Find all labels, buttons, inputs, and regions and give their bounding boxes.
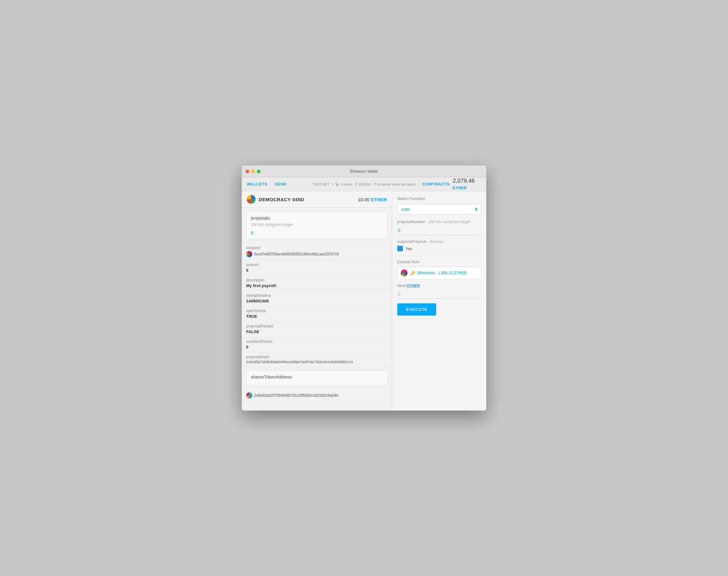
field-proposal-passed: proposalPassed FALSE xyxy=(242,321,392,337)
proposal-hash-value: 0x9c6f5b72698308db9489e349fdb73ef07db726… xyxy=(246,360,388,364)
main-content: DEMOCRACY 045D 10.00 ETHER proposals 256… xyxy=(242,191,486,410)
maximize-button[interactable] xyxy=(257,170,260,173)
right-panel: Select Function vote newProposal checkPr… xyxy=(392,191,486,410)
proposal-passed-value: FALSE xyxy=(246,329,388,334)
proposal-passed-label: proposalPassed xyxy=(246,324,388,328)
send-label: Send xyxy=(397,284,406,288)
account-row[interactable]: 🔑 Etherbase - 1,889.31 ETHER xyxy=(397,267,481,279)
amount-value: 5 xyxy=(246,268,388,272)
field-voting-deadline: votingDeadline 1449001406 xyxy=(242,291,392,306)
contract-balance: 10.00 ETHER xyxy=(358,197,387,202)
number-of-votes-value: 0 xyxy=(246,345,388,349)
proposals-title: proposals xyxy=(251,215,383,221)
function-select[interactable]: vote newProposal checkProposalCode execu… xyxy=(397,204,481,215)
field-number-of-votes: numberOfVotes 0 xyxy=(242,337,392,352)
left-panel: DEMOCRACY 045D 10.00 ETHER proposals 256… xyxy=(242,191,392,410)
blocks-icon: ⊙ xyxy=(355,182,357,186)
divider-pipe: | xyxy=(332,182,333,186)
bool-row: Yes xyxy=(397,246,481,251)
field-amount: amount 5 xyxy=(242,260,392,276)
close-button[interactable] xyxy=(246,170,249,173)
param1-label: proposalNumber - 256 bits unsigned integ… xyxy=(397,220,481,224)
divider xyxy=(397,256,481,256)
param1-type-value: 256 bits unsigned integer xyxy=(428,220,470,224)
recipient-address: 0xce7e89700ac40d563b92d1684cfdb1aac52f47… xyxy=(254,252,339,256)
nav-status: TEST-NET | 📡 4 peers ⊙ 108,816 ⏱ a minut… xyxy=(305,182,423,186)
contract-header: DEMOCRACY 045D 10.00 ETHER xyxy=(242,191,392,208)
bool-checkbox[interactable] xyxy=(397,246,403,251)
execute-from-title: Execute from xyxy=(397,260,481,264)
shares-address-value: 0x8e92dd257f94f288723c23f5605c4252b0c6a0… xyxy=(246,392,388,399)
proposals-section: proposals 256 bits unsigned integer 0 xyxy=(246,211,388,239)
param2-label: supportsProposal - Boolean xyxy=(397,239,481,244)
peers-icon: 📡 xyxy=(335,182,340,186)
field-proposal-hash: proposalHash 0x9c6f5b72698308db9489e349f… xyxy=(242,352,392,367)
time-info: ⏱ a minute since last block xyxy=(373,182,415,186)
time-icon: ⏱ xyxy=(373,182,377,186)
proposals-subtitle: 256 bits unsigned integer xyxy=(251,223,383,227)
open-to-vote-label: openToVote xyxy=(246,309,388,313)
last-block: a minute since last block xyxy=(378,182,415,186)
recipient-label: recipient xyxy=(246,246,388,250)
recipient-icon xyxy=(246,251,252,257)
shares-address: 0x8e92dd257f94f288723c23f5605c4252b0c6a0… xyxy=(254,393,338,398)
description-value: My first payroll! xyxy=(246,283,388,288)
proposal-hash-label: proposalHash xyxy=(246,355,388,359)
open-to-vote-value: TRUE xyxy=(246,314,388,319)
select-function-title: Select Function xyxy=(397,196,481,201)
nav-right: CONTRACTS 2,079.46 ETHER xyxy=(423,178,481,191)
param1-name: proposalNumber xyxy=(397,220,425,224)
account-name: Etherbase - 1,889.31 ETHER xyxy=(418,271,467,275)
balance-unit: ETHER xyxy=(453,185,467,190)
shares-icon xyxy=(246,392,252,399)
param2-type: - xyxy=(428,239,430,244)
voting-deadline-value: 1449001406 xyxy=(246,299,388,304)
nav-left: WALLETS SEND xyxy=(247,182,305,186)
shares-section: sharesTokenAddress xyxy=(246,370,388,386)
network-label: TEST-NET xyxy=(313,182,329,186)
block-count: 108,816 xyxy=(358,182,371,186)
contract-balance-amount: 10.00 xyxy=(358,197,370,202)
param1-input[interactable] xyxy=(397,226,481,235)
shares-title: sharesTokenAddress xyxy=(251,374,383,379)
peers-count: 4 peers xyxy=(340,182,352,186)
balance-amount: 2,079.46 xyxy=(453,178,475,184)
execute-button[interactable]: EXECUTE xyxy=(397,304,436,316)
proposals-value: 0 xyxy=(251,230,383,235)
field-recipient: recipient 0xce7e89700ac40d563b92d1684cfd… xyxy=(242,243,392,260)
traffic-lights xyxy=(246,170,260,173)
peers-info: 📡 4 peers xyxy=(335,182,352,186)
nav-balance: 2,079.46 ETHER xyxy=(453,178,481,191)
contract-icon xyxy=(247,195,255,204)
titlebar: Ethereum Wallet xyxy=(242,166,486,177)
description-label: description xyxy=(246,278,388,282)
send-ether-input[interactable] xyxy=(397,290,481,299)
param2-type-value: Boolean xyxy=(430,239,444,244)
blocks-info: ⊙ 108,816 xyxy=(355,182,371,186)
minimize-button[interactable] xyxy=(251,170,255,173)
navbar: WALLETS SEND TEST-NET | 📡 4 peers ⊙ 108,… xyxy=(242,177,486,191)
param2-name: supportsProposal xyxy=(397,239,426,244)
nav-wallets[interactable]: WALLETS xyxy=(247,182,268,186)
account-icon xyxy=(401,269,408,277)
contract-name: DEMOCRACY 045D xyxy=(259,197,304,202)
send-ether-unit: ETHER xyxy=(407,284,420,288)
bool-label: Yes xyxy=(405,246,412,251)
key-icon: 🔑 xyxy=(410,271,415,276)
voting-deadline-label: votingDeadline xyxy=(246,293,388,298)
recipient-value: 0xce7e89700ac40d563b92d1684cfdb1aac52f47… xyxy=(246,251,388,257)
nav-contracts[interactable]: CONTRACTS xyxy=(423,182,450,186)
contract-balance-unit: ETHER xyxy=(371,197,387,202)
contract-header-left: DEMOCRACY 045D xyxy=(247,195,304,204)
field-open-to-vote: openToVote TRUE xyxy=(242,306,392,321)
shares-address-field: 0x8e92dd257f94f288723c23f5605c4252b0c6a0… xyxy=(242,390,392,401)
amount-label: amount xyxy=(246,263,388,267)
function-select-wrapper[interactable]: vote newProposal checkProposalCode execu… xyxy=(397,204,481,215)
send-ether-label: Send ETHER xyxy=(397,284,481,288)
nav-send[interactable]: SEND xyxy=(275,182,287,186)
number-of-votes-label: numberOfVotes xyxy=(246,339,388,344)
field-description: description My first payroll! xyxy=(242,276,392,291)
window-title: Ethereum Wallet xyxy=(350,169,378,174)
